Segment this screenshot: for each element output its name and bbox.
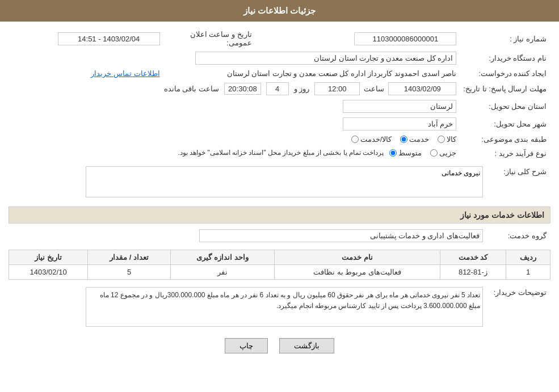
delivery-city-value-cell: خرم آباد: [10, 116, 459, 132]
service-group-value-cell: فعالیت‌های اداری و خدمات پشتیبانی: [10, 227, 486, 244]
process-jezee-item: جزیی: [430, 149, 456, 157]
date-value: 1403/02/09: [388, 82, 456, 95]
date-time-row: 1403/02/09 ساعت 12:00 روز و 4 20:30:08 س…: [12, 82, 456, 95]
cell-quantity: 5: [88, 265, 171, 280]
col-header-date: تاریخ نیاز: [9, 250, 88, 265]
cell-name: فعالیت‌های مربوط به نظافت: [275, 265, 440, 280]
remaining-label: ساعت باقی مانده: [164, 85, 219, 93]
col-header-row: ردیف: [506, 250, 550, 265]
buyer-org-label: نام دستگاه خریدار:: [460, 50, 549, 66]
info-table-top: شماره نیاز : 1103000086000001 تاریخ و سا…: [9, 27, 550, 161]
col-header-quantity: تعداد / مقدار: [88, 250, 171, 265]
category-row: کالا خدمت کالا/خدمت: [10, 133, 459, 145]
category-radio-group: کالا خدمت کالا/خدمت: [12, 135, 456, 144]
services-section-label: اطلاعات خدمات مورد نیاز: [460, 210, 544, 220]
print-button[interactable]: چاپ: [225, 338, 268, 353]
process-type-content: جزیی متوسط پرداخت تمام یا بخشی از مبلغ خ…: [12, 149, 456, 157]
response-deadline-row: 1403/02/09 ساعت 12:00 روز و 4 20:30:08 س…: [10, 81, 459, 97]
time-value: 12:00: [314, 82, 360, 95]
description-section-table: شرح کلی نیاز:: [9, 163, 550, 202]
delivery-province-value: لرستان: [343, 100, 456, 113]
category-khedmat-label: خدمت: [409, 135, 429, 144]
response-deadline-label: مهلت ارسال پاسخ: تا تاریخ:: [460, 81, 549, 97]
creator-label: ایجاد کننده درخواست:: [460, 68, 549, 79]
process-mottaset-radio[interactable]: [389, 149, 397, 157]
service-group-table: گروه خدمت: فعالیت‌های اداری و خدمات پشتی…: [9, 226, 550, 245]
category-kala-label: کالا: [447, 135, 456, 144]
page-title: جزئیات اطلاعات نیاز: [243, 6, 316, 15]
process-type-row: جزیی متوسط پرداخت تمام یا بخشی از مبلغ خ…: [10, 146, 459, 159]
remaining-value: 20:30:08: [224, 83, 261, 95]
delivery-province-value-cell: لرستان: [10, 98, 459, 115]
col-header-name: نام خدمت: [275, 250, 440, 265]
category-kala-khedmat-item: کالا/خدمت: [351, 135, 392, 144]
process-type-label: نوع فرآیند خرید :: [460, 146, 549, 159]
buyer-desc-table: توضیحات خریدار: تعداد 5 نفر نیروی خدماتی…: [9, 284, 550, 330]
cell-code: ز-81-812: [440, 265, 506, 280]
delivery-city-label: شهر محل تحویل:: [460, 116, 549, 132]
description-textarea[interactable]: [86, 166, 483, 197]
cell-date: 1403/02/10: [9, 265, 88, 280]
buyer-desc-value-cell: تعداد 5 نفر نیروی خدماتی هر ماه برای هر …: [10, 285, 486, 328]
category-label: طبقه بندی موضوعی:: [460, 133, 549, 145]
col-header-code: کد خدمت: [440, 250, 506, 265]
table-row: 1ز-81-812فعالیت‌های مربوط به نظافتنفر514…: [9, 265, 550, 280]
service-group-label: گروه خدمت:: [487, 227, 549, 244]
announce-date-value: 1403/02/04 - 14:51: [58, 32, 160, 45]
buyer-desc-label: توضیحات خریدار:: [487, 285, 549, 328]
time-label: ساعت: [364, 85, 384, 93]
category-kala-khedmat-radio[interactable]: [351, 136, 359, 143]
process-jezee-radio[interactable]: [430, 149, 438, 157]
category-kala-khedmat-label: کالا/خدمت: [360, 135, 392, 144]
delivery-province-label: استان محل تحویل:: [460, 98, 549, 115]
need-number-value: 1103000086000001: [354, 32, 456, 45]
announce-date-value-cell: 1403/02/04 - 14:51: [10, 28, 163, 49]
process-mottaset-item: متوسط: [389, 149, 422, 157]
service-group-value: فعالیت‌های اداری و خدمات پشتیبانی: [199, 229, 483, 242]
back-button[interactable]: بازگشت: [279, 338, 334, 353]
services-section-header: اطلاعات خدمات مورد نیاز: [9, 206, 550, 224]
buyer-desc-value: تعداد 5 نفر نیروی خدماتی هر ماه برای هر …: [86, 287, 483, 327]
delivery-city-value: خرم آباد: [343, 117, 456, 130]
category-khedmat-radio[interactable]: [400, 136, 407, 143]
announce-date-label: تاریخ و ساعت اعلان عمومی:: [164, 28, 255, 49]
contact-link[interactable]: اطلاعات تماس خریدار: [91, 69, 159, 78]
col-header-unit: واحد اندازه گیری: [170, 250, 275, 265]
page-header: جزئیات اطلاعات نیاز: [0, 0, 559, 22]
creator-value-cell: ناصر اسدی احمدوند کاربرداز اداره کل صنعت…: [164, 68, 460, 79]
need-number-value-cell: 1103000086000001: [256, 28, 460, 49]
need-number-label: شماره نیاز :: [460, 28, 549, 49]
buyer-org-value-cell: اداره کل صنعت معدن و تجارت استان لرستان: [10, 50, 459, 66]
category-khedmat-item: خدمت: [400, 135, 429, 144]
contact-link-cell: اطلاعات تماس خریدار: [10, 68, 163, 79]
day-value: 4: [266, 82, 289, 95]
description-label: شرح کلی نیاز:: [487, 165, 549, 201]
process-mottaset-label: متوسط: [398, 149, 422, 157]
button-row: بازگشت چاپ: [9, 338, 550, 353]
process-text: پرداخت تمام یا بخشی از مبلغ خریداز محل "…: [178, 149, 384, 157]
page-container: جزئیات اطلاعات نیاز شماره نیاز : 1103000…: [0, 0, 559, 392]
creator-value: ناصر اسدی احمدوند کاربرداز اداره کل صنعت…: [227, 69, 457, 78]
description-value-cell: [10, 165, 486, 201]
process-radio-group: جزیی متوسط: [389, 149, 456, 157]
main-content: شماره نیاز : 1103000086000001 تاریخ و سا…: [0, 22, 559, 368]
cell-row: 1: [506, 265, 550, 280]
cell-unit: نفر: [170, 265, 275, 280]
category-kala-radio[interactable]: [438, 136, 445, 143]
buyer-org-value: اداره کل صنعت معدن و تجارت استان لرستان: [195, 52, 456, 65]
process-jezee-label: جزیی: [439, 149, 456, 157]
services-table: ردیف کد خدمت نام خدمت واحد اندازه گیری ت…: [9, 250, 550, 280]
category-kala-item: کالا: [438, 135, 456, 144]
day-label: روز و: [294, 85, 310, 93]
